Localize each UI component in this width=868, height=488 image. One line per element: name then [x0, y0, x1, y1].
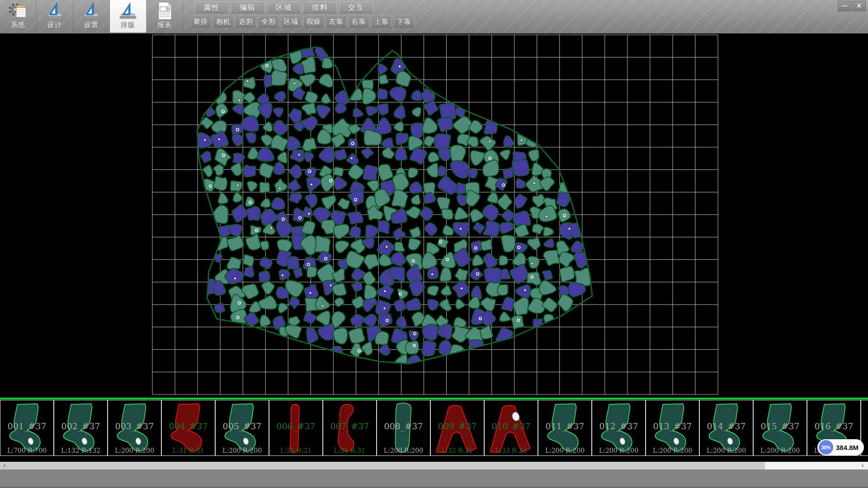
tool-button-6[interactable]: 瑕疵 — [303, 15, 324, 28]
strip-divider-line — [0, 398, 868, 399]
thumbnail-item[interactable]: 007_#37L:31 R:31 — [323, 400, 377, 456]
system-icon — [8, 1, 28, 20]
piece-name-label: 001_#37 — [0, 421, 53, 431]
nested-pieces — [196, 45, 593, 369]
app-tab-label: 设计 — [37, 21, 73, 29]
nesting-canvas[interactable] — [0, 33, 868, 398]
thumbnail-item[interactable]: 014_#37L:200 R:200 — [699, 400, 753, 456]
status-badge: 38% 384.8M — [817, 439, 864, 455]
design-icon — [44, 1, 65, 20]
tool-button-8[interactable]: 右靠 — [349, 15, 369, 28]
thumbnail-item[interactable]: 009_#37L:32 R:31 — [430, 400, 484, 456]
tool-button-9[interactable]: 上靠 — [371, 15, 392, 28]
piece-thumbnail-strip: 001_#37L:700 R:700002_#37L:132 R:132003_… — [0, 398, 868, 462]
piece-name-label: 016_#37 — [807, 421, 860, 431]
piece-name-label: 017_#37 — [861, 421, 868, 431]
app-tab-3[interactable]: 设置 — [73, 0, 110, 33]
thumbnail-item[interactable]: 006_#37L:21 R:21 — [269, 400, 323, 456]
app-tab-label: 设置 — [73, 21, 109, 29]
title-bar: 系统设计设置排版报表 属性编辑区域排料交互 聚排相机选割全割区域瑕疵左靠右靠上靠… — [0, 0, 868, 33]
tool-button-1[interactable]: 聚排 — [190, 15, 211, 28]
thumbnail-item[interactable]: 003_#37L:200 R:200 — [108, 400, 161, 456]
piece-name-label: 011_#37 — [538, 421, 591, 431]
menu-tab-1[interactable]: 属性 — [194, 1, 229, 13]
piece-size-label: L:200 R:200 — [700, 447, 753, 454]
thumbnail-item[interactable]: 005_#37L:200 R:200 — [215, 400, 269, 456]
piece-name-label: 007_#37 — [323, 421, 376, 431]
piece-size-label: L:200 R:200 — [108, 447, 161, 454]
bottom-status-bar — [0, 469, 868, 488]
piece-size-label: L:200 R:200 — [216, 447, 269, 454]
minimize-button[interactable]: — — [838, 1, 851, 11]
layout-icon — [118, 1, 138, 20]
piece-name-label: 013_#37 — [646, 421, 699, 431]
piece-size-label: L:200 R:200 — [592, 447, 645, 454]
memory-usage-label: 384.8M — [836, 444, 859, 451]
menu-tab-3[interactable]: 区域 — [267, 1, 301, 13]
piece-name-label: 004_#37 — [162, 421, 215, 431]
tool-button-10[interactable]: 下靠 — [394, 15, 415, 28]
app-tab-1[interactable]: 系统 — [0, 0, 37, 33]
thumbnail-item[interactable]: 001_#37L:700 R:700 — [0, 400, 54, 456]
tool-button-7[interactable]: 左靠 — [326, 15, 347, 28]
scroll-left-icon[interactable]: ‹ — [0, 462, 9, 469]
piece-size-label: L:200 R:200 — [538, 447, 591, 454]
nesting-drawing — [0, 33, 868, 398]
piece-size-label: L:31 R:31 — [323, 447, 376, 454]
horizontal-scrollbar[interactable]: ‹ › — [0, 462, 868, 469]
close-button[interactable]: ✕ — [852, 1, 866, 11]
tool-button-3[interactable]: 选割 — [236, 15, 256, 28]
thumbnail-item[interactable]: 012_#37L:200 R:200 — [592, 400, 646, 456]
tool-button-5[interactable]: 区域 — [281, 15, 302, 28]
piece-name-label: 012_#37 — [592, 421, 645, 431]
tool-button-2[interactable]: 相机 — [213, 15, 234, 28]
piece-name-label: 015_#37 — [754, 421, 807, 431]
thumbnail-list: 001_#37L:700 R:700002_#37L:132 R:132003_… — [0, 400, 868, 456]
piece-size-label: L:21 R:21 — [269, 447, 322, 454]
piece-size-label: L:132 R:132 — [54, 447, 107, 454]
report-icon — [154, 1, 175, 20]
piece-size-label: L:200 R:200 — [377, 447, 430, 454]
piece-name-label: 003_#37 — [108, 421, 161, 431]
thumbnail-item[interactable]: 011_#37L:200 R:200 — [538, 400, 592, 456]
thumbnail-item[interactable]: 002_#37L:132 R:132 — [54, 400, 108, 456]
thumbnail-item[interactable]: 013_#37L:200 R:200 — [646, 400, 699, 456]
piece-size-label: L:200 R:200 — [754, 447, 807, 454]
app-tab-label: 排版 — [110, 21, 146, 29]
app-tab-5[interactable]: 报表 — [146, 0, 183, 33]
piece-name-label: 014_#37 — [700, 421, 753, 431]
piece-name-label: 006_#37 — [269, 421, 322, 431]
app-tab-2[interactable]: 设计 — [37, 0, 73, 33]
scrollbar-thumb[interactable] — [0, 462, 765, 469]
menu-tab-5[interactable]: 交互 — [339, 1, 373, 13]
piece-name-label: 010_#37 — [485, 421, 538, 431]
thumbnail-item[interactable]: 010_#37L:33 R:33 — [484, 400, 538, 456]
scroll-right-icon[interactable]: › — [858, 462, 867, 469]
app-tab-label: 系统 — [0, 21, 36, 29]
thumbnail-item[interactable]: 008_#37L:200 R:200 — [377, 400, 430, 456]
app-tab-4[interactable]: 排版 — [110, 0, 146, 33]
piece-size-label: L:33 R:33 — [485, 447, 538, 454]
settings-icon — [81, 1, 102, 20]
piece-size-label: L:31 R:31 — [162, 447, 215, 454]
piece-name-label: 009_#37 — [431, 421, 484, 431]
menu-tab-2[interactable]: 编辑 — [231, 1, 265, 13]
menu-tab-4[interactable]: 排料 — [303, 1, 337, 13]
piece-name-label: 008_#37 — [377, 421, 430, 431]
piece-size-label: L:200 R:200 — [646, 447, 699, 454]
piece-name-label: 005_#37 — [216, 421, 269, 431]
thumbnail-item[interactable]: 015_#37L:200 R:200 — [753, 400, 807, 456]
piece-name-label: 002_#37 — [54, 421, 107, 431]
progress-percent-badge: 38% — [819, 440, 833, 455]
piece-size-label: L:700 R:700 — [0, 447, 53, 454]
piece-size-label: L:32 R:31 — [431, 447, 484, 454]
thumbnail-item[interactable]: 004_#37L:31 R:31 — [161, 400, 215, 456]
tool-button-4[interactable]: 全割 — [258, 15, 279, 28]
app-tab-label: 报表 — [146, 21, 183, 29]
